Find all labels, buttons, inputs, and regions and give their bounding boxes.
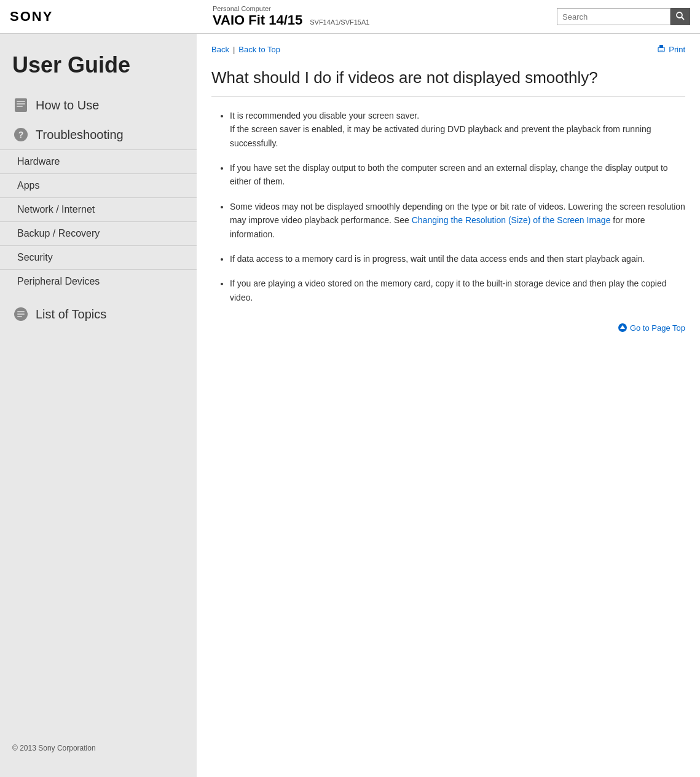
page-top-icon bbox=[618, 323, 627, 333]
how-to-use-icon bbox=[12, 97, 29, 114]
header: SONY Personal Computer VAIO Fit 14/15 SV… bbox=[0, 0, 700, 34]
sidebar-item-apps[interactable]: Apps bbox=[0, 173, 197, 197]
search-icon bbox=[675, 11, 685, 23]
print-label: Print bbox=[669, 45, 685, 54]
troubleshooting-icon: ? bbox=[12, 126, 29, 143]
page-top-label: Go to Page Top bbox=[630, 323, 685, 333]
search-input[interactable] bbox=[557, 8, 671, 25]
sidebar-item-security[interactable]: Security bbox=[0, 245, 197, 269]
list-of-topics-icon bbox=[12, 306, 29, 323]
print-icon bbox=[656, 44, 666, 55]
svg-rect-2 bbox=[15, 98, 27, 112]
breadcrumb-nav: Back | Back to Top bbox=[211, 45, 280, 54]
svg-rect-13 bbox=[659, 45, 663, 48]
page-top-link[interactable]: Go to Page Top bbox=[211, 323, 685, 333]
sidebar: User Guide How to Use ? Troubles bbox=[0, 34, 197, 777]
sidebar-item-list-of-topics-label: List of Topics bbox=[36, 307, 106, 321]
back-link[interactable]: Back bbox=[211, 45, 229, 54]
sidebar-item-hardware[interactable]: Hardware bbox=[0, 149, 197, 173]
copyright: © 2013 Sony Corporation bbox=[0, 732, 197, 765]
sidebar-item-backup-recovery[interactable]: Backup / Recovery bbox=[0, 221, 197, 245]
search-button[interactable] bbox=[671, 8, 690, 25]
svg-rect-4 bbox=[17, 103, 25, 105]
list-item: If you are playing a video stored on the… bbox=[230, 277, 685, 304]
svg-rect-5 bbox=[17, 106, 23, 107]
product-model: SVF14A1/SVF15A1 bbox=[310, 18, 369, 26]
content-area: Back | Back to Top Print What should I d… bbox=[197, 34, 700, 777]
sidebar-item-troubleshooting[interactable]: ? Troubleshooting bbox=[0, 120, 197, 149]
list-item: If data access to a memory card is in pr… bbox=[230, 252, 685, 266]
resolution-link[interactable]: Changing the Resolution (Size) of the Sc… bbox=[412, 215, 611, 225]
svg-point-0 bbox=[677, 12, 682, 18]
svg-line-1 bbox=[682, 17, 684, 20]
back-to-top-link[interactable]: Back to Top bbox=[238, 45, 280, 54]
content-nav: Back | Back to Top Print bbox=[211, 44, 685, 58]
list-item: If you have set the display output to bo… bbox=[230, 161, 685, 189]
search-area bbox=[557, 8, 690, 25]
svg-rect-10 bbox=[17, 314, 25, 315]
sidebar-item-network-internet[interactable]: Network / Internet bbox=[0, 197, 197, 221]
page-heading: What should I do if videos are not displ… bbox=[211, 68, 685, 97]
content-body: It is recommended you disable your scree… bbox=[211, 109, 685, 304]
svg-text:?: ? bbox=[18, 130, 24, 140]
svg-rect-14 bbox=[659, 50, 663, 50]
svg-rect-9 bbox=[17, 311, 25, 312]
product-label: Personal Computer bbox=[213, 5, 557, 12]
svg-rect-3 bbox=[17, 101, 25, 102]
print-link[interactable]: Print bbox=[656, 44, 685, 55]
sidebar-item-peripheral-devices[interactable]: Peripheral Devices bbox=[0, 269, 197, 293]
sidebar-item-list-of-topics[interactable]: List of Topics bbox=[0, 299, 197, 329]
svg-rect-11 bbox=[17, 316, 22, 317]
sidebar-item-how-to-use[interactable]: How to Use bbox=[0, 90, 197, 120]
product-title: VAIO Fit 14/15 bbox=[213, 12, 302, 28]
sidebar-item-how-to-use-label: How to Use bbox=[36, 98, 99, 112]
sony-logo: SONY bbox=[10, 9, 206, 25]
sidebar-item-troubleshooting-label: Troubleshooting bbox=[36, 128, 124, 142]
main-layout: User Guide How to Use ? Troubles bbox=[0, 34, 700, 777]
product-info: Personal Computer VAIO Fit 14/15 SVF14A1… bbox=[206, 5, 557, 28]
svg-rect-12 bbox=[658, 47, 664, 52]
list-item: Some videos may not be displayed smoothl… bbox=[230, 200, 685, 241]
list-item: It is recommended you disable your scree… bbox=[230, 109, 685, 150]
nav-separator: | bbox=[233, 45, 235, 54]
sidebar-title: User Guide bbox=[0, 46, 197, 90]
